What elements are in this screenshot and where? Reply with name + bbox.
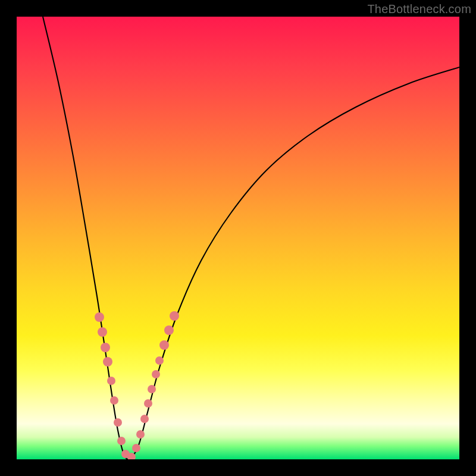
outer-frame: TheBottleneck.com	[0, 0, 476, 476]
curve-marker	[114, 418, 122, 427]
curve-marker	[155, 356, 164, 365]
curve-marker	[148, 385, 156, 393]
curve-marker	[144, 399, 152, 408]
watermark-text: TheBottleneck.com	[367, 2, 471, 16]
curve-marker	[101, 343, 110, 352]
bottleneck-curve	[43, 17, 459, 459]
plot-area	[17, 17, 459, 459]
curve-marker	[117, 437, 126, 445]
curve-markers	[95, 311, 179, 459]
curve-marker	[159, 340, 169, 350]
curve-marker	[136, 430, 145, 439]
curve-marker	[140, 415, 149, 423]
curve-marker	[170, 311, 179, 321]
curve-marker	[164, 325, 174, 335]
curve-marker	[107, 377, 115, 385]
curve-marker	[103, 357, 112, 367]
curve-marker	[98, 327, 107, 337]
curve-marker	[152, 370, 160, 378]
curve-marker	[132, 444, 140, 452]
curve-marker	[95, 312, 104, 322]
curve-marker	[110, 396, 118, 405]
bottleneck-chart-svg	[17, 17, 459, 459]
